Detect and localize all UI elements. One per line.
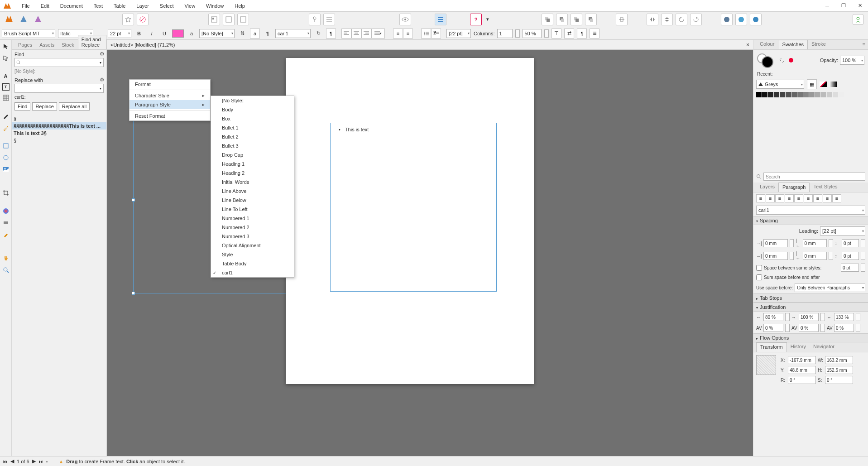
prev-page-icon[interactable]: ◀ — [10, 458, 14, 464]
min-letter-input[interactable]: 0 % — [763, 324, 783, 332]
align-left[interactable] — [341, 29, 351, 38]
space-after-input[interactable]: 0 pt — [842, 252, 859, 260]
para-align-center[interactable]: ≡ — [766, 194, 775, 202]
underline-button[interactable]: U — [159, 29, 169, 38]
palette-combo[interactable]: Greys▾ — [756, 80, 804, 89]
des-letter-input[interactable]: 0 % — [799, 324, 819, 332]
use-space-combo[interactable]: Only Between Paragraphs▾ — [795, 283, 865, 292]
hide-chars[interactable]: ¶ — [577, 29, 587, 38]
spacing-section[interactable]: ▾Spacing — [753, 216, 868, 225]
swatch[interactable] — [786, 92, 791, 97]
font-size-combo[interactable]: 22 pt▾ — [108, 29, 131, 38]
account-avatar[interactable] — [853, 14, 863, 25]
tb-flip-v[interactable] — [661, 14, 673, 25]
cm-style-item[interactable]: Body — [211, 105, 294, 114]
para-towards-spine[interactable]: ≡ — [823, 194, 832, 202]
columns-pct-stepper[interactable] — [544, 29, 549, 38]
tb-wrap1[interactable] — [208, 14, 220, 25]
cm-style-item[interactable]: Line Below — [211, 196, 294, 205]
window-minimize[interactable]: ─ — [819, 0, 835, 12]
indent[interactable]: ≡ — [403, 29, 413, 38]
tb-arrange4[interactable] — [585, 14, 597, 25]
tab-swatches[interactable]: Swatches — [778, 40, 808, 49]
align-center[interactable] — [351, 29, 361, 38]
cm-para-style[interactable]: Paragraph Style▸ — [129, 100, 210, 109]
tb-shape[interactable] — [122, 14, 134, 25]
hand-tool[interactable] — [1, 254, 10, 263]
swap-colours-icon[interactable] — [779, 57, 785, 63]
align-justify[interactable]: ▾ — [371, 29, 385, 38]
tb-rotate-cw[interactable] — [690, 14, 702, 25]
pencil-tool[interactable] — [1, 123, 10, 132]
ellipse-tool[interactable] — [1, 153, 10, 162]
replace-button[interactable]: Replace — [32, 102, 57, 110]
transparency-tool[interactable] — [1, 218, 10, 227]
cm-style-item[interactable]: Line To Left — [211, 205, 294, 214]
a-btn[interactable]: a — [250, 29, 260, 38]
swatch[interactable] — [803, 92, 809, 97]
cm-style-item[interactable]: Heading 1 — [211, 159, 294, 168]
result-row[interactable]: This is text 3§ — [12, 130, 106, 137]
cm-style-item[interactable]: Table Body — [211, 259, 294, 268]
cm-style-item[interactable]: Bullet 2 — [211, 132, 294, 141]
swatch[interactable] — [827, 92, 832, 97]
para-justify-right[interactable]: ≡ — [804, 194, 813, 202]
bold-button[interactable]: B — [134, 29, 144, 38]
columns-stepper[interactable] — [515, 29, 520, 38]
swatch[interactable] — [833, 92, 838, 97]
menu-edit[interactable]: Edit — [35, 1, 55, 10]
cm-style-item[interactable]: Box — [211, 114, 294, 123]
para-style-combo[interactable]: carl1▾ — [275, 29, 311, 38]
justification-section[interactable]: ▾Justification — [753, 303, 868, 312]
tab-stroke[interactable]: Stroke — [808, 40, 830, 49]
node-tool[interactable] — [1, 53, 10, 62]
menu-select[interactable]: Select — [154, 1, 179, 10]
italic-button[interactable]: I — [147, 29, 157, 38]
tb-wrap3[interactable] — [237, 14, 249, 25]
cm-style-item[interactable]: Numbered 2 — [211, 223, 294, 232]
sum-space-checkbox[interactable] — [756, 274, 762, 280]
eyedropper-tool[interactable] — [1, 230, 10, 239]
menu-text[interactable]: Text — [88, 1, 108, 10]
cm-style-item[interactable]: Style — [211, 250, 294, 259]
tab-assets[interactable]: Assets — [36, 40, 58, 49]
menu-window[interactable]: Window — [201, 1, 229, 10]
result-row-selected[interactable]: §§§§§§§§§§§§§§§§§§§§This is text ... — [12, 122, 106, 130]
para-btn[interactable]: ¶ — [326, 29, 336, 38]
tb-baseline[interactable] — [323, 14, 335, 25]
para-away-spine[interactable]: ≡ — [832, 194, 841, 202]
crop-tool[interactable] — [1, 188, 10, 197]
result-row[interactable]: § — [12, 115, 106, 122]
document-tab[interactable]: <Untitled> [Modified] (71.2%) × — [107, 40, 753, 50]
transform-anchor[interactable] — [756, 355, 776, 375]
menu-file[interactable]: File — [16, 1, 35, 10]
font-family-combo[interactable]: Brush Script MT▾ — [2, 29, 55, 38]
menu-document[interactable]: Document — [55, 1, 88, 10]
columns-input[interactable]: 1 — [497, 29, 513, 38]
cm-style-item[interactable]: Optical Alignment — [211, 241, 294, 250]
char-panel-button[interactable]: a — [187, 29, 197, 38]
des-word-input[interactable]: 100 % — [799, 313, 819, 321]
text-frame[interactable]: This is text — [330, 123, 497, 292]
cm-style-item[interactable]: Drop Cap — [211, 150, 294, 159]
tb-wrap2[interactable] — [223, 14, 235, 25]
cm-style-item[interactable]: [No Style] — [211, 96, 294, 105]
bullet-list[interactable] — [421, 29, 431, 38]
tab-layers[interactable]: Layers — [756, 183, 778, 192]
tab-text-styles[interactable]: Text Styles — [810, 183, 841, 192]
tb-arrange1[interactable] — [542, 14, 553, 25]
swatch[interactable] — [780, 92, 785, 97]
panel-menu-icon[interactable]: ≡ — [860, 40, 868, 49]
last-page-icon[interactable]: ⏭ — [38, 459, 43, 464]
cm-style-item[interactable]: Line Above — [211, 187, 294, 196]
window-close[interactable]: ✕ — [852, 0, 868, 12]
cm-style-item[interactable]: Bullet 3 — [211, 141, 294, 150]
replace-all-button[interactable]: Replace all — [59, 102, 90, 110]
table-tool[interactable] — [1, 93, 10, 102]
close-tab-icon[interactable]: × — [746, 42, 749, 48]
next-page-icon[interactable]: ▶ — [32, 458, 36, 464]
align-right[interactable] — [361, 29, 371, 38]
transform-x[interactable]: -167.9 mm — [788, 356, 816, 364]
same-styles-checkbox[interactable] — [756, 265, 762, 271]
tab-navigator[interactable]: Navigator — [810, 342, 838, 352]
